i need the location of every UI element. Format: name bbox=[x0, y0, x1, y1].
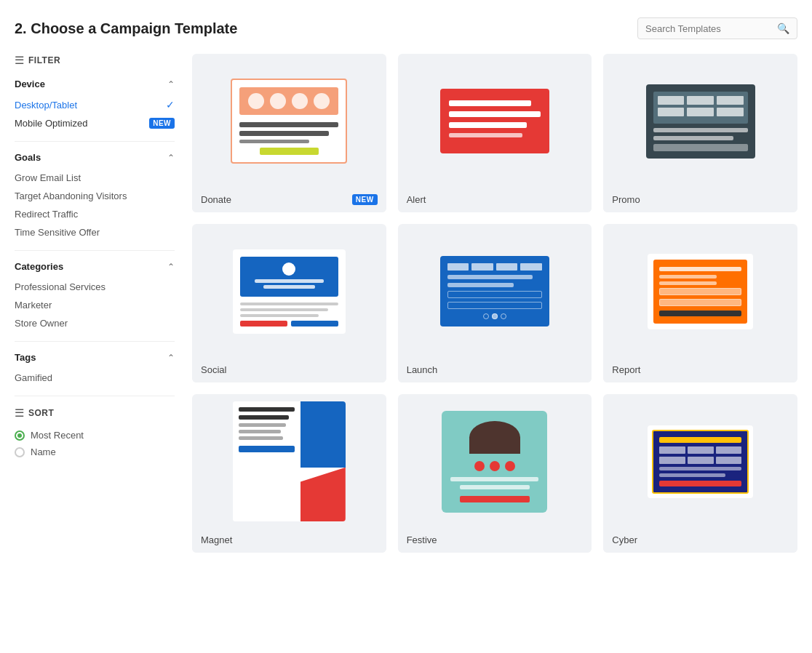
template-card-social[interactable]: Social bbox=[192, 224, 386, 382]
section-title-categories: Categories bbox=[15, 261, 63, 272]
section-header-categories[interactable]: Categories ⌃ bbox=[15, 261, 175, 272]
template-footer-donate: Donate NEW bbox=[192, 188, 386, 212]
launch-dot-2 bbox=[492, 313, 498, 319]
template-name-social: Social bbox=[201, 364, 226, 375]
launch-dot-1 bbox=[483, 313, 489, 319]
magnet-mline-2 bbox=[239, 415, 289, 420]
donate-circle-4 bbox=[314, 93, 330, 109]
alert-line-4 bbox=[449, 133, 522, 137]
alert-line-2 bbox=[449, 111, 541, 117]
radio-most-recent[interactable] bbox=[15, 430, 25, 441]
sidebar: ☰ FILTER Device ⌃ Desktop/Tablet ✓ Mobil… bbox=[15, 54, 175, 553]
device-item-mobile[interactable]: Mobile Optimized NEW bbox=[15, 114, 175, 132]
template-preview-donate bbox=[192, 54, 386, 188]
tag-item-gamified[interactable]: Gamified bbox=[15, 369, 175, 387]
cyber-btn bbox=[659, 481, 741, 486]
festive-dot-2 bbox=[490, 461, 500, 471]
report-line-3 bbox=[659, 281, 717, 285]
cyber-cell-5 bbox=[688, 457, 714, 464]
goal-item-redirect[interactable]: Redirect Traffic bbox=[15, 205, 175, 223]
promo-line-1 bbox=[653, 128, 748, 132]
template-card-alert[interactable]: Alert bbox=[398, 54, 592, 212]
template-card-report[interactable]: Report bbox=[603, 224, 797, 382]
sidebar-section-categories: Categories ⌃ Professional Services Marke… bbox=[15, 261, 175, 342]
goal-item-time-sensitive[interactable]: Time Sensitive Offer bbox=[15, 223, 175, 241]
template-footer-magnet: Magnet bbox=[192, 529, 386, 553]
section-title-device: Device bbox=[15, 79, 45, 89]
section-header-device[interactable]: Device ⌃ bbox=[15, 79, 175, 89]
festive-top bbox=[469, 421, 520, 454]
search-box[interactable]: 🔍 bbox=[637, 17, 797, 39]
template-name-cyber: Cyber bbox=[612, 534, 637, 545]
donate-circle-1 bbox=[248, 93, 264, 109]
sort-header: ☰ SORT bbox=[15, 406, 175, 420]
chevron-device: ⌃ bbox=[167, 79, 175, 89]
template-preview-report bbox=[603, 224, 797, 358]
template-preview-promo bbox=[603, 54, 797, 188]
category-item-professional[interactable]: Professional Services bbox=[15, 278, 175, 296]
filter-header: ☰ FILTER bbox=[15, 54, 175, 67]
donate-illustration bbox=[231, 79, 347, 164]
section-title-tags: Tags bbox=[15, 352, 36, 363]
promo-cell-3 bbox=[717, 96, 744, 105]
device-item-desktop[interactable]: Desktop/Tablet ✓ bbox=[15, 95, 175, 114]
template-name-alert: Alert bbox=[407, 194, 426, 205]
template-name-magnet: Magnet bbox=[201, 534, 232, 545]
sort-most-recent[interactable]: Most Recent bbox=[15, 427, 175, 444]
category-item-marketer[interactable]: Marketer bbox=[15, 296, 175, 314]
social-illustration bbox=[233, 249, 346, 334]
template-preview-launch bbox=[398, 224, 592, 358]
sidebar-section-device: Device ⌃ Desktop/Tablet ✓ Mobile Optimiz… bbox=[15, 79, 175, 142]
report-box-2 bbox=[659, 299, 741, 306]
template-grid: Donate NEW Alert bbox=[192, 54, 797, 553]
section-header-goals[interactable]: Goals ⌃ bbox=[15, 152, 175, 163]
template-name-donate: Donate bbox=[201, 194, 231, 205]
template-card-launch[interactable]: Launch bbox=[398, 224, 592, 382]
search-input[interactable] bbox=[645, 23, 777, 34]
magnet-right bbox=[295, 401, 346, 521]
template-card-cyber[interactable]: Cyber bbox=[603, 394, 797, 553]
donate-line-2 bbox=[239, 131, 328, 136]
cyber-cell-1 bbox=[659, 446, 685, 454]
goal-item-grow-email[interactable]: Grow Email List bbox=[15, 169, 175, 187]
festive-circles bbox=[474, 461, 515, 471]
filter-label: FILTER bbox=[28, 55, 60, 65]
launch-cell-3 bbox=[496, 263, 518, 271]
launch-cell-1 bbox=[447, 263, 469, 271]
template-card-promo[interactable]: Promo bbox=[603, 54, 797, 212]
section-title-goals: Goals bbox=[15, 152, 41, 163]
template-card-festive[interactable]: Festive bbox=[398, 394, 592, 553]
device-desktop-label: Desktop/Tablet bbox=[15, 100, 77, 111]
magnet-btn bbox=[239, 446, 295, 452]
checkmark-desktop: ✓ bbox=[166, 99, 175, 111]
social-btn-2 bbox=[291, 321, 338, 326]
festive-illustration bbox=[442, 411, 547, 513]
magnet-left bbox=[233, 401, 300, 521]
cyber-stripe bbox=[659, 437, 741, 443]
promo-illustration bbox=[646, 84, 755, 159]
template-card-magnet[interactable]: Magnet bbox=[192, 394, 386, 553]
page-title: 2. Choose a Campaign Template bbox=[15, 20, 237, 37]
launch-line-2 bbox=[447, 283, 514, 287]
cyber-row-1 bbox=[659, 446, 741, 454]
template-name-promo: Promo bbox=[612, 194, 640, 205]
section-header-tags[interactable]: Tags ⌃ bbox=[15, 352, 175, 363]
cyber-line-2 bbox=[659, 473, 725, 477]
launch-line-1 bbox=[447, 275, 533, 279]
donate-line-1 bbox=[239, 122, 338, 127]
template-footer-social: Social bbox=[192, 358, 386, 382]
cyber-cell-4 bbox=[659, 457, 685, 464]
goal-item-target-abandoning[interactable]: Target Abandoning Visitors bbox=[15, 187, 175, 205]
category-item-store-owner[interactable]: Store Owner bbox=[15, 314, 175, 332]
template-card-donate[interactable]: Donate NEW bbox=[192, 54, 386, 212]
launch-cell-2 bbox=[471, 263, 493, 271]
social-btn-1 bbox=[240, 321, 287, 326]
template-footer-alert: Alert bbox=[398, 188, 592, 212]
template-name-festive: Festive bbox=[407, 534, 437, 545]
sort-icon: ☰ bbox=[15, 406, 24, 420]
cyber-illustration bbox=[648, 425, 753, 498]
sort-name[interactable]: Name bbox=[15, 444, 175, 460]
magnet-mline-3 bbox=[239, 423, 286, 427]
radio-name[interactable] bbox=[15, 447, 25, 457]
magnet-illustration bbox=[233, 401, 346, 521]
